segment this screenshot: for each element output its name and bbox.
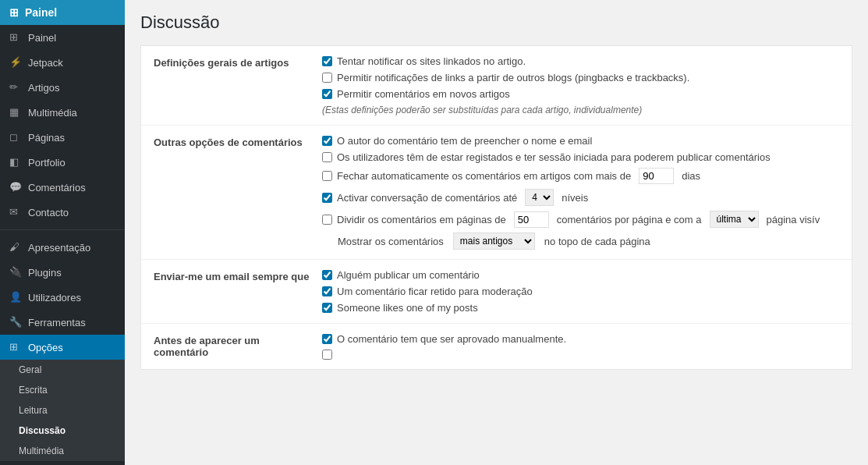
paginate-count-input[interactable]	[514, 211, 549, 228]
settings-section: Definições gerais de artigos Tentar noti…	[140, 45, 852, 370]
label-someone-likes: Someone likes one of my posts	[337, 302, 478, 314]
paginate-page-select[interactable]: última	[710, 211, 759, 228]
sidebar-item-label: Painel	[28, 32, 56, 44]
multimidia-icon: ▦	[9, 106, 22, 119]
plugins-icon: 🔌	[9, 266, 22, 279]
label-paginate-mid: comentários por página e com a	[557, 214, 702, 225]
label-mostrar-after: no topo de cada página	[544, 236, 650, 247]
submenu-leitura[interactable]: Leitura	[0, 400, 125, 421]
sidebar-item-comentarios[interactable]: 💬 Comentários	[0, 175, 125, 200]
sidebar-item-label: Contacto	[28, 207, 69, 218]
label-close-before: Fechar automaticamente os comentários em…	[337, 170, 631, 182]
sidebar-item-contacto[interactable]: ✉ Contacto	[0, 200, 125, 225]
section-content-gerais: Tentar notificar os sites linkados no ar…	[322, 55, 839, 115]
option-someone-likes: Someone likes one of my posts	[322, 302, 839, 314]
main-content: Discussão Definições gerais de artigos T…	[125, 0, 868, 465]
threaded-depth-select[interactable]: 4	[525, 189, 554, 206]
checkbox-author-name[interactable]	[322, 136, 332, 146]
option-close-comments: Fechar automaticamente os comentários em…	[322, 168, 839, 184]
section-label-outras: Outras opções de comentários	[154, 135, 310, 148]
option-paginate-comments: Dividir os comentários em páginas de com…	[322, 211, 839, 228]
option-mostrar-comentarios: Mostrar os comentários mais antigos mais…	[322, 232, 839, 250]
settings-row-outras: Outras opções de comentários O autor do …	[141, 126, 852, 260]
sidebar-item-jetpack[interactable]: ⚡ Jetpack	[0, 50, 125, 75]
section-content-outras: O autor do comentário tem de preencher o…	[322, 135, 839, 250]
checkbox-allow-pingbacks[interactable]	[322, 73, 332, 83]
checkbox-someone-comments[interactable]	[322, 270, 332, 280]
sidebar-item-label: Jetpack	[28, 57, 63, 69]
sidebar-item-portfolio[interactable]: ◧ Portfolio	[0, 150, 125, 175]
sidebar-divider	[0, 229, 125, 230]
mostrar-order-select[interactable]: mais antigos mais recentes	[453, 232, 535, 250]
label-registered-users: Os utilizadores têm de estar registados …	[337, 151, 771, 163]
checkbox-paginate-comments[interactable]	[322, 215, 332, 225]
sidebar-item-utilizadores[interactable]: 👤 Utilizadores	[0, 285, 125, 310]
sidebar-item-opcoes[interactable]: ⊞ Opções	[0, 335, 125, 360]
option-allow-comments: Permitir comentários em novos artigos	[322, 88, 839, 100]
jetpack-icon: ⚡	[9, 56, 22, 69]
painel-icon: ⊞	[9, 31, 22, 44]
opcoes-submenu: Geral Escrita Leitura Discussão Multiméd…	[0, 360, 125, 461]
settings-row-email: Enviar-me um email sempre que Alguém pub…	[141, 260, 852, 324]
checkbox-threaded-comments[interactable]	[322, 193, 332, 203]
option-someone-comments: Alguém publicar um comentário	[322, 269, 839, 281]
checkbox-second-approve[interactable]	[322, 350, 332, 360]
comentarios-icon: 💬	[9, 181, 22, 193]
ferramentas-icon: 🔧	[9, 316, 22, 328]
settings-row-gerais: Definições gerais de artigos Tentar noti…	[141, 46, 852, 126]
checkbox-manual-approve[interactable]	[322, 334, 332, 344]
sidebar-item-multimidia[interactable]: ▦ Multimédia	[0, 100, 125, 125]
option-notify-sites: Tentar notificar os sites linkados no ar…	[322, 55, 839, 67]
apresentacao-icon: 🖌	[9, 241, 22, 254]
sidebar-item-ferramentas[interactable]: 🔧 Ferramentas	[0, 310, 125, 335]
section-label-email: Enviar-me um email sempre que	[154, 269, 310, 282]
label-mostrar-before: Mostrar os comentários	[338, 236, 444, 247]
section-content-antes: O comentário tem que ser aprovado manual…	[322, 333, 839, 360]
checkbox-notify-sites[interactable]	[322, 56, 332, 66]
checkbox-allow-comments[interactable]	[322, 89, 332, 99]
submenu-discussao[interactable]: Discussão	[0, 421, 125, 441]
sidebar: ⊞ Painel ⊞ Painel Início Actualizações ⚡…	[0, 0, 125, 465]
sidebar-item-label: Portfolio	[28, 157, 66, 169]
contacto-icon: ✉	[9, 206, 22, 218]
submenu-multimidia[interactable]: Multimédia	[0, 441, 125, 461]
sidebar-item-plugins[interactable]: 🔌 Plugins	[0, 260, 125, 285]
sidebar-header[interactable]: ⊞ Painel	[0, 0, 125, 25]
wp-icon: ⊞	[9, 6, 19, 19]
close-comments-days-input[interactable]	[639, 168, 674, 184]
sidebar-item-label: Multimédia	[28, 107, 77, 119]
submenu-geral[interactable]: Geral	[0, 360, 125, 380]
checkbox-registered-users[interactable]	[322, 152, 332, 162]
checkbox-close-comments[interactable]	[322, 171, 332, 181]
submenu-escrita[interactable]: Escrita	[0, 380, 125, 400]
checkbox-someone-likes[interactable]	[322, 303, 332, 313]
sidebar-item-label: Opções	[28, 342, 63, 353]
option-manual-approve: O comentário tem que ser aprovado manual…	[322, 333, 839, 345]
option-second-approve	[322, 350, 839, 360]
option-held-moderation: Um comentário ficar retido para moderaçã…	[322, 286, 839, 297]
utilizadores-icon: 👤	[9, 291, 22, 303]
portfolio-icon: ◧	[9, 156, 22, 169]
checkbox-held-moderation[interactable]	[322, 286, 332, 296]
sidebar-item-apresentacao[interactable]: 🖌 Apresentação	[0, 235, 125, 260]
label-threaded-after: níveis	[562, 192, 588, 204]
paginas-icon: ◻	[9, 131, 22, 144]
sidebar-item-label: Artigos	[28, 82, 59, 94]
gerais-note: (Estas definições poderão ser substituíd…	[322, 105, 839, 115]
label-paginate-before: Dividir os comentários em páginas de	[337, 214, 506, 225]
page-title: Discussão	[140, 12, 852, 33]
option-allow-pingbacks: Permitir notificações de links a partir …	[322, 72, 839, 83]
section-content-email: Alguém publicar um comentário Um comentá…	[322, 269, 839, 314]
label-close-after: dias	[682, 170, 700, 182]
label-allow-pingbacks: Permitir notificações de links a partir …	[337, 72, 689, 83]
sidebar-item-artigos[interactable]: ✏ Artigos	[0, 75, 125, 100]
sidebar-item-paginas[interactable]: ◻ Páginas	[0, 125, 125, 150]
label-paginate-after: página visív	[767, 214, 820, 225]
sidebar-item-label: Ferramentas	[28, 317, 86, 328]
opcoes-icon: ⊞	[9, 341, 22, 353]
label-held-moderation: Um comentário ficar retido para moderaçã…	[337, 286, 533, 297]
sidebar-item-painel[interactable]: ⊞ Painel	[0, 25, 125, 50]
artigos-icon: ✏	[9, 81, 22, 94]
label-author-name: O autor do comentário tem de preencher o…	[337, 135, 592, 147]
sidebar-header-label: Painel	[25, 6, 57, 19]
